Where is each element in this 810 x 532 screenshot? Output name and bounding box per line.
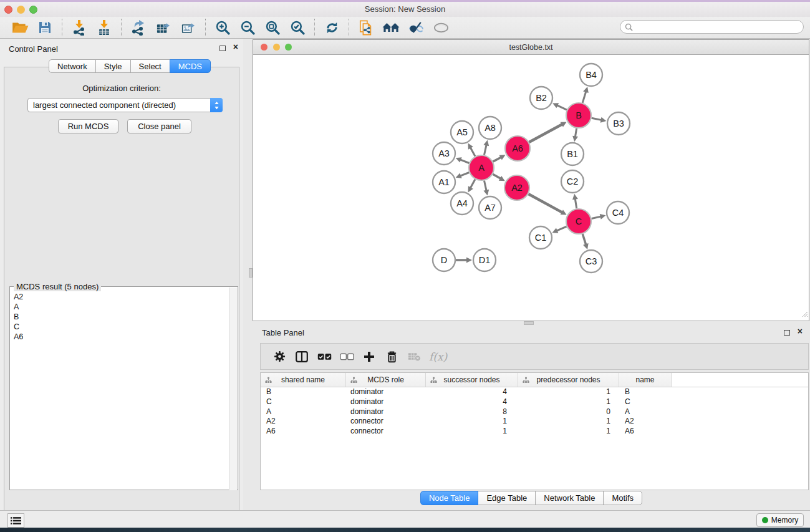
column-header-predecessor-nodes[interactable]: predecessor nodes bbox=[518, 373, 619, 387]
memory-button[interactable]: Memory bbox=[756, 513, 804, 527]
column-header-shared-name[interactable]: shared name bbox=[261, 373, 346, 387]
network-graph[interactable]: B4B2BB3A8A5A6A3B1AA1C2A2A4A7C4CC1DD1C3 bbox=[253, 55, 809, 321]
table-row[interactable]: Cdominator41C bbox=[261, 397, 808, 407]
graph-edge-B-B4[interactable] bbox=[582, 91, 586, 103]
table-row[interactable]: A6connector11A6 bbox=[261, 427, 808, 437]
open-session-icon[interactable] bbox=[7, 17, 32, 38]
graph-edge-A-A5[interactable] bbox=[470, 147, 475, 157]
table-row[interactable]: Bdominator41B bbox=[261, 387, 808, 397]
tab-network-table[interactable]: Network Table bbox=[535, 491, 604, 505]
horizontal-splitter-handle[interactable] bbox=[524, 321, 534, 325]
table-cell[interactable]: A6 bbox=[261, 427, 346, 437]
table-cell[interactable]: 8 bbox=[426, 407, 518, 417]
mcds-result-item[interactable]: A2 bbox=[14, 292, 238, 302]
table-cell[interactable]: 1 bbox=[518, 417, 619, 427]
tab-network[interactable]: Network bbox=[49, 59, 96, 73]
table-cell[interactable]: 1 bbox=[518, 427, 619, 437]
add-column-icon[interactable] bbox=[358, 346, 380, 368]
graph-edge-C-C1[interactable] bbox=[556, 226, 567, 231]
graph-edge-A-A7[interactable] bbox=[484, 181, 486, 191]
graph-edge-A2-C[interactable] bbox=[528, 194, 562, 213]
zoom-selected-icon[interactable] bbox=[285, 17, 310, 38]
table-row[interactable]: Adominator80A bbox=[261, 407, 808, 417]
tab-node-table[interactable]: Node Table bbox=[420, 491, 479, 505]
column-header-mcds-role[interactable]: MCDS role bbox=[346, 373, 426, 387]
table-cell[interactable]: 1 bbox=[518, 387, 619, 397]
toggle-bird-eye-icon[interactable] bbox=[428, 17, 453, 38]
tab-select[interactable]: Select bbox=[130, 59, 170, 73]
graph-edge-A-A6[interactable] bbox=[493, 157, 502, 162]
table-cell[interactable]: C bbox=[261, 397, 346, 407]
table-cell[interactable]: 1 bbox=[426, 427, 518, 437]
graph-edge-A-A8[interactable] bbox=[484, 144, 486, 155]
network-canvas[interactable]: B4B2BB3A8A5A6A3B1AA1C2A2A4A7C4CC1DD1C3 bbox=[253, 55, 809, 321]
table-cell[interactable]: 4 bbox=[426, 387, 518, 397]
import-table-icon[interactable] bbox=[92, 17, 117, 38]
graph-edge-C-C2[interactable] bbox=[575, 198, 577, 209]
column-header-name[interactable]: name bbox=[619, 373, 672, 387]
run-mcds-button[interactable]: Run MCDS bbox=[58, 119, 118, 133]
graph-edge-A-A2[interactable] bbox=[493, 174, 501, 179]
graph-edge-A-A3[interactable] bbox=[460, 160, 469, 163]
table-cell[interactable]: A6 bbox=[619, 427, 672, 437]
table-cell[interactable]: A bbox=[261, 407, 346, 417]
tab-edge-table[interactable]: Edge Table bbox=[478, 491, 536, 505]
table-cell[interactable]: dominator bbox=[346, 387, 426, 397]
table-cell[interactable]: C bbox=[619, 397, 672, 407]
table-cell[interactable]: B bbox=[619, 387, 672, 397]
network-window-titlebar[interactable]: testGlobe.txt bbox=[253, 40, 809, 55]
graph-edge-A-A4[interactable] bbox=[470, 179, 475, 188]
tab-style[interactable]: Style bbox=[95, 59, 131, 73]
table-row[interactable]: A2connector11A2 bbox=[261, 417, 808, 427]
export-network-icon[interactable] bbox=[126, 17, 151, 38]
tab-motifs[interactable]: Motifs bbox=[603, 491, 642, 505]
delete-column-icon[interactable] bbox=[380, 346, 403, 368]
criterion-dropdown[interactable]: largest connected component (directed) bbox=[27, 98, 223, 112]
export-table-icon[interactable] bbox=[151, 17, 176, 38]
show-panels-icon[interactable] bbox=[378, 17, 403, 38]
task-history-button[interactable] bbox=[7, 513, 24, 528]
table-cell[interactable]: A2 bbox=[261, 417, 346, 427]
graph-edge-A-A1[interactable] bbox=[460, 173, 469, 177]
export-image-icon[interactable] bbox=[176, 17, 201, 38]
refresh-icon[interactable] bbox=[319, 17, 344, 38]
search-input[interactable] bbox=[635, 21, 803, 32]
graph-edge-B-B1[interactable] bbox=[575, 128, 576, 138]
mcds-result-scrollbar[interactable] bbox=[229, 288, 237, 490]
table-cell[interactable]: 0 bbox=[518, 407, 619, 417]
select-all-icon[interactable] bbox=[313, 346, 335, 368]
graph-edge-C-C4[interactable] bbox=[591, 216, 601, 219]
column-header-successor-nodes[interactable]: successor nodes bbox=[426, 373, 518, 387]
clone-network-icon[interactable] bbox=[354, 17, 378, 38]
save-session-icon[interactable] bbox=[32, 17, 57, 38]
float-panel-icon[interactable] bbox=[219, 46, 226, 51]
split-column-icon[interactable] bbox=[291, 346, 313, 368]
zoom-fit-icon[interactable] bbox=[260, 17, 285, 38]
mcds-result-item[interactable]: A6 bbox=[14, 332, 238, 342]
tab-mcds[interactable]: MCDS bbox=[170, 59, 211, 73]
graph-edge-C-C3[interactable] bbox=[582, 234, 586, 245]
mcds-result-item[interactable]: A bbox=[14, 302, 238, 312]
zoom-in-icon[interactable] bbox=[210, 17, 235, 38]
graph-edge-B-B3[interactable] bbox=[592, 118, 602, 120]
close-table-panel-icon[interactable]: × bbox=[798, 326, 803, 336]
table-cell[interactable]: 4 bbox=[426, 397, 518, 407]
mcds-result-item[interactable]: C bbox=[14, 322, 238, 332]
float-table-panel-icon[interactable] bbox=[784, 330, 790, 336]
table-cell[interactable]: A2 bbox=[619, 417, 672, 427]
vertical-splitter-handle[interactable] bbox=[249, 268, 253, 278]
zoom-out-icon[interactable] bbox=[235, 17, 260, 38]
graph-edge-A6-B[interactable] bbox=[529, 124, 562, 142]
graph-edge-B-B2[interactable] bbox=[556, 105, 567, 110]
table-cell[interactable]: dominator bbox=[346, 407, 426, 417]
deselect-all-icon[interactable] bbox=[335, 346, 358, 368]
table-cell[interactable]: A bbox=[619, 407, 672, 417]
import-network-icon[interactable] bbox=[67, 17, 92, 38]
close-panel-button[interactable]: Close panel bbox=[127, 119, 191, 133]
close-panel-icon[interactable]: × bbox=[233, 42, 238, 52]
table-cell[interactable]: dominator bbox=[346, 397, 426, 407]
hide-graphics-icon[interactable] bbox=[403, 17, 428, 38]
table-cell[interactable]: B bbox=[261, 387, 346, 397]
table-cell[interactable]: connector bbox=[346, 417, 426, 427]
search-field[interactable] bbox=[620, 20, 804, 34]
